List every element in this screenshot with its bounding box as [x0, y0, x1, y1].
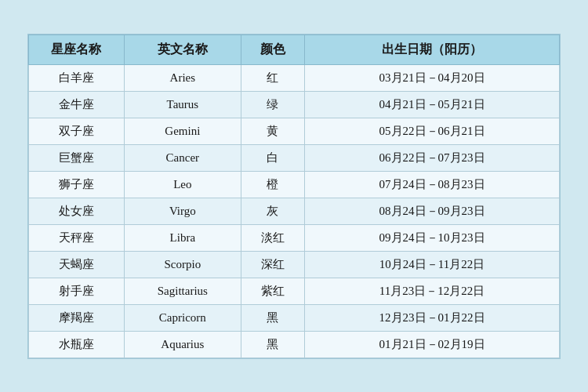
cell-cn: 摩羯座	[29, 304, 125, 331]
cell-cn: 双子座	[29, 118, 125, 144]
cell-date: 08月24日－09月23日	[305, 198, 560, 224]
cell-color: 深红	[241, 251, 304, 278]
cell-cn: 狮子座	[29, 171, 125, 198]
cell-cn: 天蝎座	[29, 251, 125, 278]
cell-cn: 水瓶座	[29, 331, 125, 358]
table-row: 摩羯座Capricorn黑12月23日－01月22日	[29, 304, 560, 331]
cell-date: 06月22日－07月23日	[305, 144, 560, 171]
cell-en: Sagittarius	[124, 278, 241, 304]
cell-date: 05月22日－06月21日	[305, 118, 560, 144]
cell-color: 白	[241, 144, 304, 171]
cell-en: Aries	[124, 64, 241, 91]
cell-color: 淡红	[241, 224, 304, 251]
table-row: 天秤座Libra淡红09月24日－10月23日	[29, 224, 560, 251]
cell-en: Capricorn	[124, 304, 241, 331]
table-row: 白羊座Aries红03月21日－04月20日	[29, 64, 560, 91]
cell-color: 灰	[241, 198, 304, 224]
cell-en: Aquarius	[124, 331, 241, 358]
table-row: 射手座Sagittarius紫红11月23日－12月22日	[29, 278, 560, 304]
cell-en: Scorpio	[124, 251, 241, 278]
cell-date: 07月24日－08月23日	[305, 171, 560, 198]
cell-cn: 巨蟹座	[29, 144, 125, 171]
cell-en: Virgo	[124, 198, 241, 224]
cell-en: Taurus	[124, 91, 241, 118]
table-row: 双子座Gemini黄05月22日－06月21日	[29, 118, 560, 144]
cell-color: 黑	[241, 304, 304, 331]
cell-cn: 白羊座	[29, 64, 125, 91]
cell-cn: 天秤座	[29, 224, 125, 251]
cell-color: 橙	[241, 171, 304, 198]
header-en: 英文名称	[124, 34, 241, 64]
table-row: 狮子座Leo橙07月24日－08月23日	[29, 171, 560, 198]
table-row: 巨蟹座Cancer白06月22日－07月23日	[29, 144, 560, 171]
cell-cn: 射手座	[29, 278, 125, 304]
cell-date: 11月23日－12月22日	[305, 278, 560, 304]
cell-en: Leo	[124, 171, 241, 198]
zodiac-table: 星座名称 英文名称 颜色 出生日期（阳历） 白羊座Aries红03月21日－04…	[28, 34, 560, 358]
cell-color: 绿	[241, 91, 304, 118]
cell-en: Gemini	[124, 118, 241, 144]
cell-date: 12月23日－01月22日	[305, 304, 560, 331]
cell-date: 01月21日－02月19日	[305, 331, 560, 358]
cell-date: 04月21日－05月21日	[305, 91, 560, 118]
table-row: 天蝎座Scorpio深红10月24日－11月22日	[29, 251, 560, 278]
cell-cn: 金牛座	[29, 91, 125, 118]
cell-date: 03月21日－04月20日	[305, 64, 560, 91]
header-date: 出生日期（阳历）	[305, 34, 560, 64]
cell-color: 紫红	[241, 278, 304, 304]
cell-en: Cancer	[124, 144, 241, 171]
cell-color: 红	[241, 64, 304, 91]
table-row: 处女座Virgo灰08月24日－09月23日	[29, 198, 560, 224]
cell-en: Libra	[124, 224, 241, 251]
zodiac-table-container: 星座名称 英文名称 颜色 出生日期（阳历） 白羊座Aries红03月21日－04…	[27, 34, 561, 359]
header-cn: 星座名称	[29, 34, 125, 64]
table-row: 水瓶座Aquarius黑01月21日－02月19日	[29, 331, 560, 358]
header-color: 颜色	[241, 34, 304, 64]
cell-color: 黑	[241, 331, 304, 358]
cell-date: 10月24日－11月22日	[305, 251, 560, 278]
table-header-row: 星座名称 英文名称 颜色 出生日期（阳历）	[29, 34, 560, 64]
cell-cn: 处女座	[29, 198, 125, 224]
cell-color: 黄	[241, 118, 304, 144]
table-row: 金牛座Taurus绿04月21日－05月21日	[29, 91, 560, 118]
cell-date: 09月24日－10月23日	[305, 224, 560, 251]
